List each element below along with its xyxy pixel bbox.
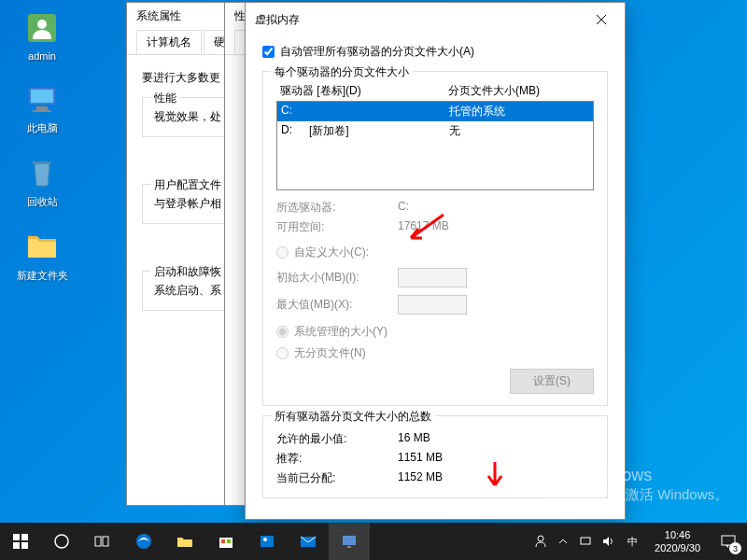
initial-size-row: 初始大小(MB)(I):	[276, 268, 594, 287]
taskbar: 中 10:46 2020/9/30 3	[0, 523, 747, 560]
group-title: 所有驱动器分页文件大小的总数	[271, 409, 435, 425]
svg-rect-5	[33, 110, 51, 112]
min-row: 允许的最小值: 16 MB	[276, 431, 594, 447]
svg-rect-3	[31, 90, 53, 103]
dialog-title-text: 虚拟内存	[255, 12, 300, 28]
taskbar-photos[interactable]	[247, 523, 288, 560]
max-size-input[interactable]	[398, 295, 467, 315]
close-button[interactable]	[587, 8, 615, 31]
ime-indicator[interactable]: 中	[619, 523, 645, 560]
taskbar-edge[interactable]	[123, 523, 164, 560]
desktop-icon-label: 新建文件夹	[17, 269, 68, 283]
svg-rect-6	[33, 161, 51, 164]
tray-expand[interactable]	[552, 523, 574, 560]
svg-rect-4	[36, 106, 48, 110]
svg-point-19	[263, 538, 267, 541]
start-button[interactable]	[0, 523, 41, 560]
desktop-icons: admin 此电脑 回收站 新建文件夹	[9, 9, 75, 283]
svg-rect-9	[13, 542, 20, 549]
action-center-button[interactable]: 3	[710, 523, 747, 560]
svg-rect-10	[21, 542, 28, 549]
drive-list-header: 驱动器 [卷标](D) 分页文件大小(MB)	[276, 83, 594, 99]
taskbar-mail[interactable]	[288, 523, 329, 560]
group-title: 每个驱动器的分页文件大小	[271, 64, 413, 80]
windows-icon	[11, 532, 30, 551]
svg-point-1	[37, 20, 47, 29]
svg-rect-22	[347, 546, 351, 548]
available-space-row: 可用空间: 17617 MB	[276, 219, 594, 235]
svg-rect-13	[103, 537, 108, 546]
svg-point-14	[136, 534, 151, 549]
photos-icon	[258, 532, 276, 551]
store-icon	[217, 532, 235, 551]
recycle-icon	[23, 154, 61, 191]
svg-rect-7	[13, 534, 20, 540]
desktop-icon-folder[interactable]: 新建文件夹	[9, 228, 75, 283]
dialog-body: 自动管理所有驱动器的分页文件大小(A) 每个驱动器的分页文件大小 驱动器 [卷标…	[246, 36, 625, 515]
taskview-icon	[93, 532, 112, 551]
max-size-row: 最大值(MB)(X):	[276, 295, 594, 315]
edge-icon	[134, 532, 153, 551]
folder-icon	[176, 532, 194, 551]
mail-icon	[299, 532, 317, 551]
auto-manage-checkbox[interactable]	[262, 46, 275, 58]
auto-manage-row: 自动管理所有驱动器的分页文件大小(A)	[262, 44, 608, 60]
folder-icon	[23, 228, 61, 265]
no-paging-row: 无分页文件(N)	[276, 345, 594, 361]
taskbar-explorer[interactable]	[164, 523, 205, 560]
task-view-button[interactable]	[82, 523, 123, 560]
svg-rect-21	[343, 536, 356, 545]
svg-rect-17	[227, 539, 231, 543]
dialog-titlebar: 虚拟内存	[246, 3, 625, 36]
desktop-icon-recycle[interactable]: 回收站	[9, 154, 75, 209]
svg-rect-8	[21, 534, 28, 540]
header-size: 分页文件大小(MB)	[448, 83, 540, 99]
cortana-button[interactable]	[41, 523, 82, 560]
virtual-memory-dialog: 虚拟内存 自动管理所有驱动器的分页文件大小(A) 每个驱动器的分页文件大小 驱动…	[245, 2, 626, 520]
desktop-icon-label: 此电脑	[27, 121, 58, 135]
user-icon	[23, 9, 61, 47]
taskbar-right: 中 10:46 2020/9/30 3	[529, 523, 747, 560]
svg-rect-12	[95, 537, 101, 546]
no-paging-radio[interactable]	[276, 347, 289, 359]
close-icon	[596, 14, 607, 25]
svg-point-11	[55, 535, 68, 548]
people-icon[interactable]	[529, 523, 552, 560]
selected-drive-row: 所选驱动器: C:	[276, 200, 594, 216]
desktop-icon-admin[interactable]: admin	[9, 9, 75, 62]
header-drive: 驱动器 [卷标](D)	[280, 83, 448, 99]
notification-badge: 3	[729, 542, 741, 554]
svg-rect-18	[261, 536, 274, 547]
auto-manage-label: 自动管理所有驱动器的分页文件大小(A)	[280, 44, 474, 60]
pc-icon	[23, 80, 61, 118]
system-icon	[340, 532, 359, 551]
taskbar-left	[0, 523, 370, 560]
drive-row-d[interactable]: D: [新加卷] 无	[277, 121, 593, 141]
drive-list[interactable]: C: 托管的系统 D: [新加卷] 无	[276, 101, 594, 190]
network-icon[interactable]	[574, 523, 597, 560]
taskbar-system-properties[interactable]	[329, 523, 370, 560]
taskbar-store[interactable]	[205, 523, 247, 560]
drive-group: 每个驱动器的分页文件大小 驱动器 [卷标](D) 分页文件大小(MB) C: 托…	[262, 71, 608, 406]
taskbar-clock[interactable]: 10:46 2020/9/30	[645, 528, 710, 555]
custom-size-radio[interactable]	[276, 246, 289, 259]
volume-icon[interactable]	[597, 523, 619, 560]
windows-activation-watermark: 激活 Windows 转到"设置"以激活 Windows。	[545, 464, 728, 504]
svg-point-23	[538, 536, 543, 541]
circle-icon	[52, 532, 71, 551]
svg-rect-24	[581, 538, 590, 544]
custom-size-radio-row: 自定义大小(C):	[276, 245, 594, 260]
initial-size-input[interactable]	[398, 268, 467, 287]
desktop-icon-pc[interactable]: 此电脑	[9, 80, 75, 135]
tab-computer-name[interactable]: 计算机名	[136, 30, 202, 54]
svg-rect-16	[221, 539, 225, 543]
set-button[interactable]: 设置(S)	[510, 369, 594, 394]
desktop-icon-label: admin	[28, 50, 56, 62]
desktop-icon-label: 回收站	[27, 195, 58, 209]
system-managed-radio[interactable]	[276, 326, 289, 338]
system-managed-radio-row: 系统管理的大小(Y)	[276, 324, 594, 340]
drive-row-c[interactable]: C: 托管的系统	[277, 102, 593, 121]
